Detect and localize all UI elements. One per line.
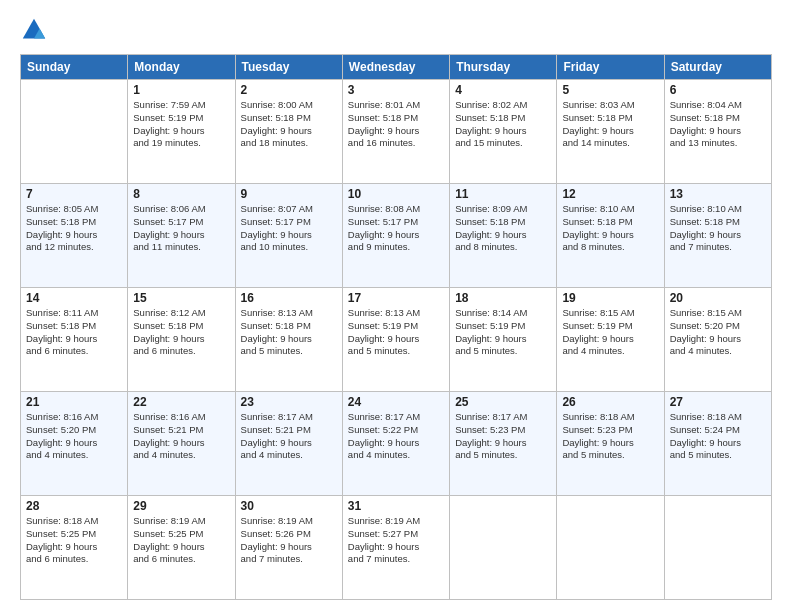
calendar-cell: 21Sunrise: 8:16 AM Sunset: 5:20 PM Dayli… xyxy=(21,392,128,496)
day-number: 9 xyxy=(241,187,337,201)
day-info: Sunrise: 8:15 AM Sunset: 5:19 PM Dayligh… xyxy=(562,307,658,358)
day-info: Sunrise: 8:18 AM Sunset: 5:24 PM Dayligh… xyxy=(670,411,766,462)
calendar-cell: 4Sunrise: 8:02 AM Sunset: 5:18 PM Daylig… xyxy=(450,80,557,184)
weekday-friday: Friday xyxy=(557,55,664,80)
page: SundayMondayTuesdayWednesdayThursdayFrid… xyxy=(0,0,792,612)
calendar-cell: 17Sunrise: 8:13 AM Sunset: 5:19 PM Dayli… xyxy=(342,288,449,392)
calendar-cell: 11Sunrise: 8:09 AM Sunset: 5:18 PM Dayli… xyxy=(450,184,557,288)
day-number: 13 xyxy=(670,187,766,201)
day-info: Sunrise: 8:07 AM Sunset: 5:17 PM Dayligh… xyxy=(241,203,337,254)
calendar-cell: 30Sunrise: 8:19 AM Sunset: 5:26 PM Dayli… xyxy=(235,496,342,600)
day-number: 28 xyxy=(26,499,122,513)
day-number: 30 xyxy=(241,499,337,513)
calendar-cell: 13Sunrise: 8:10 AM Sunset: 5:18 PM Dayli… xyxy=(664,184,771,288)
weekday-header-row: SundayMondayTuesdayWednesdayThursdayFrid… xyxy=(21,55,772,80)
day-info: Sunrise: 8:12 AM Sunset: 5:18 PM Dayligh… xyxy=(133,307,229,358)
day-info: Sunrise: 8:17 AM Sunset: 5:22 PM Dayligh… xyxy=(348,411,444,462)
day-info: Sunrise: 8:16 AM Sunset: 5:21 PM Dayligh… xyxy=(133,411,229,462)
day-number: 11 xyxy=(455,187,551,201)
day-info: Sunrise: 8:14 AM Sunset: 5:19 PM Dayligh… xyxy=(455,307,551,358)
weekday-sunday: Sunday xyxy=(21,55,128,80)
day-info: Sunrise: 8:19 AM Sunset: 5:26 PM Dayligh… xyxy=(241,515,337,566)
calendar-cell: 20Sunrise: 8:15 AM Sunset: 5:20 PM Dayli… xyxy=(664,288,771,392)
day-number: 27 xyxy=(670,395,766,409)
day-number: 26 xyxy=(562,395,658,409)
calendar-cell: 1Sunrise: 7:59 AM Sunset: 5:19 PM Daylig… xyxy=(128,80,235,184)
calendar-cell: 22Sunrise: 8:16 AM Sunset: 5:21 PM Dayli… xyxy=(128,392,235,496)
day-number: 7 xyxy=(26,187,122,201)
calendar-cell: 14Sunrise: 8:11 AM Sunset: 5:18 PM Dayli… xyxy=(21,288,128,392)
day-info: Sunrise: 8:08 AM Sunset: 5:17 PM Dayligh… xyxy=(348,203,444,254)
calendar-cell: 16Sunrise: 8:13 AM Sunset: 5:18 PM Dayli… xyxy=(235,288,342,392)
day-number: 14 xyxy=(26,291,122,305)
week-row-5: 28Sunrise: 8:18 AM Sunset: 5:25 PM Dayli… xyxy=(21,496,772,600)
logo-icon xyxy=(20,16,48,44)
day-info: Sunrise: 8:09 AM Sunset: 5:18 PM Dayligh… xyxy=(455,203,551,254)
day-number: 4 xyxy=(455,83,551,97)
header xyxy=(20,16,772,44)
calendar-cell: 9Sunrise: 8:07 AM Sunset: 5:17 PM Daylig… xyxy=(235,184,342,288)
day-info: Sunrise: 8:13 AM Sunset: 5:18 PM Dayligh… xyxy=(241,307,337,358)
day-number: 16 xyxy=(241,291,337,305)
day-info: Sunrise: 8:06 AM Sunset: 5:17 PM Dayligh… xyxy=(133,203,229,254)
day-number: 10 xyxy=(348,187,444,201)
day-number: 17 xyxy=(348,291,444,305)
calendar-cell xyxy=(557,496,664,600)
day-number: 8 xyxy=(133,187,229,201)
day-number: 22 xyxy=(133,395,229,409)
week-row-2: 7Sunrise: 8:05 AM Sunset: 5:18 PM Daylig… xyxy=(21,184,772,288)
day-number: 12 xyxy=(562,187,658,201)
calendar-cell: 2Sunrise: 8:00 AM Sunset: 5:18 PM Daylig… xyxy=(235,80,342,184)
day-number: 2 xyxy=(241,83,337,97)
calendar-cell: 25Sunrise: 8:17 AM Sunset: 5:23 PM Dayli… xyxy=(450,392,557,496)
day-number: 5 xyxy=(562,83,658,97)
day-info: Sunrise: 8:17 AM Sunset: 5:23 PM Dayligh… xyxy=(455,411,551,462)
day-info: Sunrise: 8:04 AM Sunset: 5:18 PM Dayligh… xyxy=(670,99,766,150)
day-info: Sunrise: 8:03 AM Sunset: 5:18 PM Dayligh… xyxy=(562,99,658,150)
day-number: 20 xyxy=(670,291,766,305)
weekday-wednesday: Wednesday xyxy=(342,55,449,80)
day-info: Sunrise: 8:02 AM Sunset: 5:18 PM Dayligh… xyxy=(455,99,551,150)
day-info: Sunrise: 8:19 AM Sunset: 5:27 PM Dayligh… xyxy=(348,515,444,566)
day-info: Sunrise: 8:17 AM Sunset: 5:21 PM Dayligh… xyxy=(241,411,337,462)
calendar-table: SundayMondayTuesdayWednesdayThursdayFrid… xyxy=(20,54,772,600)
day-number: 23 xyxy=(241,395,337,409)
day-number: 21 xyxy=(26,395,122,409)
day-info: Sunrise: 8:10 AM Sunset: 5:18 PM Dayligh… xyxy=(562,203,658,254)
weekday-saturday: Saturday xyxy=(664,55,771,80)
calendar-cell: 29Sunrise: 8:19 AM Sunset: 5:25 PM Dayli… xyxy=(128,496,235,600)
day-number: 31 xyxy=(348,499,444,513)
weekday-thursday: Thursday xyxy=(450,55,557,80)
logo xyxy=(20,16,50,44)
calendar-cell xyxy=(664,496,771,600)
calendar-cell: 27Sunrise: 8:18 AM Sunset: 5:24 PM Dayli… xyxy=(664,392,771,496)
calendar-cell: 15Sunrise: 8:12 AM Sunset: 5:18 PM Dayli… xyxy=(128,288,235,392)
calendar-cell: 10Sunrise: 8:08 AM Sunset: 5:17 PM Dayli… xyxy=(342,184,449,288)
day-info: Sunrise: 8:05 AM Sunset: 5:18 PM Dayligh… xyxy=(26,203,122,254)
day-info: Sunrise: 8:10 AM Sunset: 5:18 PM Dayligh… xyxy=(670,203,766,254)
week-row-4: 21Sunrise: 8:16 AM Sunset: 5:20 PM Dayli… xyxy=(21,392,772,496)
calendar-cell: 5Sunrise: 8:03 AM Sunset: 5:18 PM Daylig… xyxy=(557,80,664,184)
calendar-cell: 8Sunrise: 8:06 AM Sunset: 5:17 PM Daylig… xyxy=(128,184,235,288)
calendar-cell: 26Sunrise: 8:18 AM Sunset: 5:23 PM Dayli… xyxy=(557,392,664,496)
calendar-cell: 6Sunrise: 8:04 AM Sunset: 5:18 PM Daylig… xyxy=(664,80,771,184)
calendar-cell: 24Sunrise: 8:17 AM Sunset: 5:22 PM Dayli… xyxy=(342,392,449,496)
day-number: 6 xyxy=(670,83,766,97)
day-info: Sunrise: 8:18 AM Sunset: 5:23 PM Dayligh… xyxy=(562,411,658,462)
day-info: Sunrise: 8:18 AM Sunset: 5:25 PM Dayligh… xyxy=(26,515,122,566)
day-number: 29 xyxy=(133,499,229,513)
day-info: Sunrise: 8:15 AM Sunset: 5:20 PM Dayligh… xyxy=(670,307,766,358)
day-number: 19 xyxy=(562,291,658,305)
calendar-cell: 19Sunrise: 8:15 AM Sunset: 5:19 PM Dayli… xyxy=(557,288,664,392)
day-info: Sunrise: 7:59 AM Sunset: 5:19 PM Dayligh… xyxy=(133,99,229,150)
calendar-cell: 18Sunrise: 8:14 AM Sunset: 5:19 PM Dayli… xyxy=(450,288,557,392)
weekday-tuesday: Tuesday xyxy=(235,55,342,80)
day-number: 24 xyxy=(348,395,444,409)
day-info: Sunrise: 8:00 AM Sunset: 5:18 PM Dayligh… xyxy=(241,99,337,150)
day-number: 15 xyxy=(133,291,229,305)
weekday-monday: Monday xyxy=(128,55,235,80)
calendar-cell: 3Sunrise: 8:01 AM Sunset: 5:18 PM Daylig… xyxy=(342,80,449,184)
day-info: Sunrise: 8:11 AM Sunset: 5:18 PM Dayligh… xyxy=(26,307,122,358)
calendar-cell: 7Sunrise: 8:05 AM Sunset: 5:18 PM Daylig… xyxy=(21,184,128,288)
calendar-cell xyxy=(450,496,557,600)
